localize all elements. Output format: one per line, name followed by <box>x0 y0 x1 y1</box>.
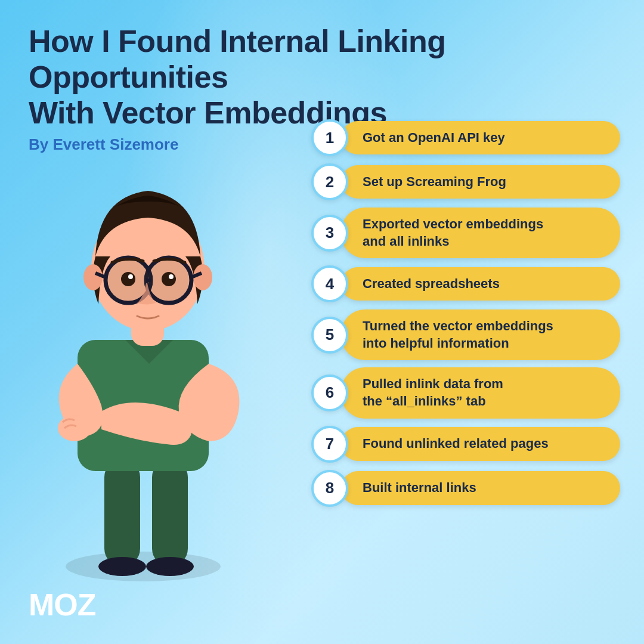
step-item-8: 8Built internal links <box>304 470 620 507</box>
main-title: How I Found Internal Linking Opportuniti… <box>29 24 615 131</box>
step-number-7: 7 <box>311 426 348 463</box>
svg-point-18 <box>162 272 176 286</box>
step-number-1: 1 <box>311 119 348 156</box>
svg-point-17 <box>121 272 135 286</box>
person-illustration <box>12 137 286 590</box>
main-canvas: How I Found Internal Linking Opportuniti… <box>0 0 644 644</box>
step-item-1: 1Got an OpenAI API key <box>304 119 620 156</box>
svg-point-20 <box>169 274 174 279</box>
step-label-8: Built internal links <box>341 471 620 505</box>
svg-rect-2 <box>152 459 188 566</box>
step-item-2: 2Set up Screaming Frog <box>304 163 620 200</box>
step-item-5: 5Turned the vector embeddingsinto helpfu… <box>304 309 620 360</box>
step-label-1: Got an OpenAI API key <box>341 121 620 155</box>
svg-point-8 <box>83 264 103 290</box>
svg-rect-1 <box>104 459 140 566</box>
step-number-4: 4 <box>311 265 348 302</box>
step-item-4: 4Created spreadsheets <box>304 265 620 302</box>
step-item-6: 6Pulled inlink data fromthe “all_inlinks… <box>304 367 620 418</box>
step-number-3: 3 <box>311 215 348 252</box>
step-label-4: Created spreadsheets <box>341 267 620 301</box>
svg-point-3 <box>98 557 146 576</box>
step-label-6: Pulled inlink data fromthe “all_inlinks”… <box>341 367 620 418</box>
svg-point-4 <box>146 557 194 576</box>
person-svg <box>12 137 286 590</box>
step-number-8: 8 <box>311 470 348 507</box>
step-number-5: 5 <box>311 317 348 354</box>
step-item-7: 7Found unlinked related pages <box>304 426 620 463</box>
step-item-3: 3Exported vector embeddingsand all inlin… <box>304 208 620 258</box>
step-label-7: Found unlinked related pages <box>341 427 620 461</box>
moz-logo: MOZ <box>29 587 96 623</box>
steps-list: 1Got an OpenAI API key2Set up Screaming … <box>304 119 620 507</box>
step-label-3: Exported vector embeddingsand all inlink… <box>341 208 620 258</box>
step-label-2: Set up Screaming Frog <box>341 165 620 199</box>
svg-point-19 <box>128 274 133 279</box>
svg-point-21 <box>58 415 91 441</box>
step-number-6: 6 <box>311 374 348 411</box>
step-number-2: 2 <box>311 163 348 200</box>
step-label-5: Turned the vector embeddingsinto helpful… <box>341 309 620 360</box>
